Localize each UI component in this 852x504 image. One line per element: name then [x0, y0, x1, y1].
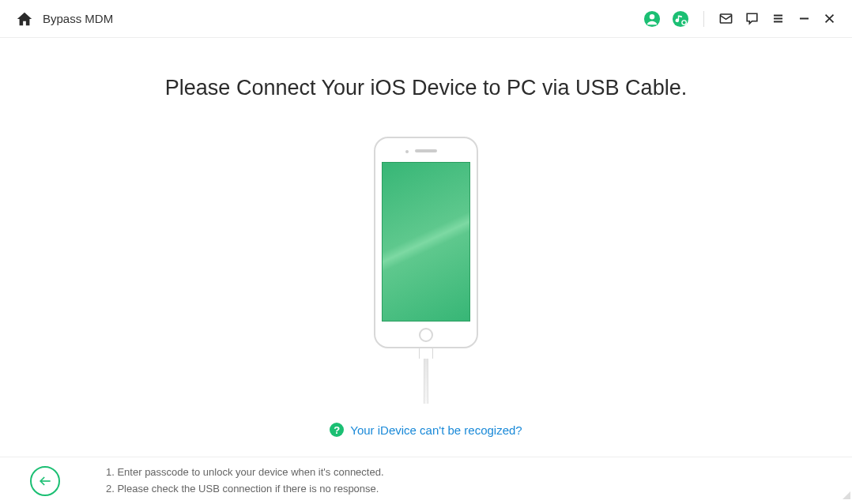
header-right [643, 10, 836, 28]
cable-wire [424, 359, 428, 404]
main-heading: Please Connect Your iOS Device to PC via… [165, 76, 687, 100]
usb-cable [423, 348, 429, 404]
footer: 1. Enter passcode to unlock your device … [0, 457, 852, 504]
back-button[interactable] [30, 466, 60, 496]
phone-home-button [419, 328, 433, 342]
phone-screen [382, 162, 470, 322]
account-icon[interactable] [643, 10, 661, 28]
app-header: Bypass MDM [0, 0, 852, 38]
minimize-icon[interactable] [797, 11, 812, 26]
music-search-icon[interactable] [672, 10, 689, 28]
mail-icon[interactable] [718, 11, 733, 26]
svg-point-1 [650, 14, 654, 19]
cable-connector [419, 348, 433, 359]
svg-line-4 [685, 24, 687, 25]
phone-body [374, 137, 478, 348]
header-left: Bypass MDM [16, 10, 643, 28]
close-icon[interactable] [823, 12, 836, 25]
main-content: Please Connect Your iOS Device to PC via… [0, 38, 852, 457]
footer-tips: 1. Enter passcode to unlock your device … [106, 465, 384, 498]
footer-tip-1: 1. Enter passcode to unlock your device … [106, 465, 384, 481]
help-link-text: Your iDevice can't be recogized? [350, 423, 522, 437]
phone-camera-dot [405, 150, 409, 153]
scroll-corner-icon [843, 488, 850, 502]
help-link[interactable]: ? Your iDevice can't be recogized? [330, 423, 522, 437]
help-question-icon: ? [330, 423, 344, 437]
phone-illustration [374, 137, 478, 404]
footer-tip-2: 2. Please check the USB connection if th… [106, 481, 384, 498]
page-title: Bypass MDM [43, 12, 113, 25]
feedback-icon[interactable] [745, 11, 760, 26]
phone-speaker [415, 149, 437, 152]
header-divider [703, 11, 704, 27]
menu-icon[interactable] [771, 11, 786, 26]
home-icon[interactable] [16, 10, 33, 28]
